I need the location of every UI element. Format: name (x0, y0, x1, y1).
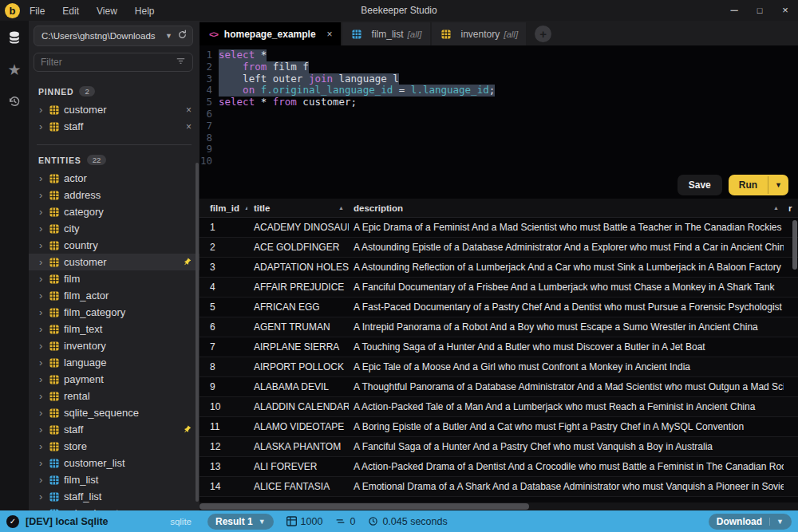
column-header-description[interactable]: description ▲ (349, 199, 784, 217)
cell-film-id[interactable]: 1 (200, 218, 247, 237)
sidebar-item-sales_by_store[interactable]: ›sales_by_store (29, 505, 200, 510)
sidebar-item-payment[interactable]: ›payment (29, 371, 200, 388)
horizontal-scrollbar-track[interactable] (200, 502, 798, 510)
table-row[interactable]: 8AIRPORT POLLOCKA Epic Tale of a Moose A… (200, 357, 798, 377)
chevron-right-icon[interactable]: › (39, 457, 49, 469)
table-row[interactable]: 11ALAMO VIDEOTAPEA Boring Epistle of a B… (200, 417, 798, 437)
cell-description[interactable]: A Boring Epistle of a Butler And a Cat w… (349, 417, 784, 436)
chevron-right-icon[interactable]: › (39, 357, 49, 368)
column-header-clipped[interactable]: r (784, 199, 798, 217)
maximize-icon[interactable]: □ (747, 0, 772, 21)
table-row[interactable]: 5AFRICAN EGGA Fast-Paced Documentary of … (200, 298, 798, 317)
menu-edit[interactable]: Edit (62, 6, 79, 17)
cell-title[interactable]: ACADEMY DINOSAUR (247, 218, 349, 237)
cell-title[interactable]: AGENT TRUMAN (247, 317, 349, 337)
chevron-right-icon[interactable]: › (39, 239, 49, 251)
table-row[interactable]: 10ALADDIN CALENDARA Action-Packed Tale o… (200, 397, 798, 417)
connection-status[interactable]: ✓ [DEV] local Sqlite sqlite (0, 515, 200, 528)
table-row[interactable]: 2ACE GOLDFINGERA Astounding Epistle of a… (200, 238, 798, 258)
cell-title[interactable]: AFFAIR PREJUDICE (247, 278, 349, 297)
run-button[interactable]: Run ▼ (729, 175, 788, 195)
cell-description[interactable]: A Thoughtful Panorama of a Database Admi… (349, 377, 784, 396)
sidebar-item-country[interactable]: ›country (29, 237, 200, 254)
cell-film-id[interactable]: 8 (200, 357, 247, 376)
cell-title[interactable]: ACE GOLDFINGER (247, 238, 349, 257)
table-row[interactable]: 1ACADEMY DINOSAURA Epic Drama of a Femin… (200, 218, 798, 238)
sidebar-item-category[interactable]: ›category (29, 203, 200, 220)
cell-description[interactable]: A Intrepid Panorama of a Robot And a Boy… (349, 317, 784, 337)
table-row[interactable]: 3ADAPTATION HOLESA Astounding Reflection… (200, 258, 798, 278)
sql-editor[interactable]: 1select *2 from film f3 left outer join … (200, 45, 798, 171)
download-button[interactable]: Download ▼ (709, 514, 792, 530)
sidebar-item-language[interactable]: ›language (29, 354, 200, 371)
tab-inventory[interactable]: inventory[all] (432, 22, 527, 45)
minimize-icon[interactable]: ─ (721, 0, 747, 21)
close-icon[interactable]: × (772, 0, 798, 21)
sidebar-scrollbar[interactable] (196, 163, 199, 502)
cell-description[interactable]: A Action-Packed Tale of a Man And a Lumb… (349, 397, 784, 416)
cell-description[interactable]: A Emotional Drama of a A Shark And a Dat… (349, 477, 784, 496)
cell-title[interactable]: AIRPORT POLLOCK (247, 357, 349, 376)
chevron-right-icon[interactable]: › (39, 390, 49, 402)
filter-input[interactable] (41, 57, 176, 68)
sidebar-item-store[interactable]: ›store (29, 438, 200, 455)
chevron-right-icon[interactable]: › (39, 120, 49, 132)
table-row[interactable]: 7AIRPLANE SIERRAA Touching Saga of a Hun… (200, 337, 798, 357)
menu-view[interactable]: View (97, 6, 117, 17)
chevron-right-icon[interactable]: › (39, 474, 49, 486)
tab-homepage_example[interactable]: <>homepage_example× (200, 22, 341, 45)
chevron-right-icon[interactable]: › (39, 323, 49, 335)
chevron-right-icon[interactable]: › (39, 340, 49, 352)
sidebar-item-staff[interactable]: ›staff (29, 421, 200, 438)
cell-description[interactable]: A Fanciful Saga of a Hunter And a Pastry… (349, 437, 784, 456)
cell-title[interactable]: ALI FOREVER (247, 457, 349, 476)
sidebar-item-customer[interactable]: ›customer× (29, 101, 200, 118)
table-row[interactable]: 9ALABAMA DEVILA Thoughtful Panorama of a… (200, 377, 798, 397)
table-row[interactable]: 4AFFAIR PREJUDICEA Fanciful Documentary … (200, 278, 798, 298)
cell-description[interactable]: A Astounding Epistle of a Database Admin… (349, 238, 784, 257)
column-header-title[interactable]: title ▲ (247, 199, 349, 217)
sidebar-item-film[interactable]: ›film (29, 270, 200, 287)
chevron-right-icon[interactable]: › (39, 206, 49, 218)
cell-description[interactable]: A Fanciful Documentary of a Frisbee And … (349, 278, 784, 297)
cell-film-id[interactable]: 14 (200, 477, 247, 496)
cell-title[interactable]: ALADDIN CALENDAR (247, 397, 349, 416)
tab-close-icon[interactable]: × (327, 29, 333, 40)
sidebar-item-inventory[interactable]: ›inventory (29, 337, 200, 354)
chevron-right-icon[interactable]: › (39, 104, 49, 116)
cell-film-id[interactable]: 11 (200, 417, 247, 436)
cell-description[interactable]: A Astounding Reflection of a Lumberjack … (349, 258, 784, 277)
cell-description[interactable]: A Fast-Paced Documentary of a Pastry Che… (349, 298, 784, 317)
table-row[interactable]: 12ALASKA PHANTOMA Fanciful Saga of a Hun… (200, 437, 798, 457)
cell-title[interactable]: ADAPTATION HOLES (247, 258, 349, 277)
save-button[interactable]: Save (678, 175, 722, 195)
chevron-right-icon[interactable]: › (39, 189, 49, 201)
cell-film-id[interactable]: 2 (200, 238, 247, 257)
cell-title[interactable]: ALABAMA DEVIL (247, 377, 349, 396)
tab-film_list[interactable]: film_list[all] (342, 22, 430, 45)
sidebar-item-film_list[interactable]: ›film_list (29, 471, 200, 488)
cell-description[interactable]: A Epic Tale of a Moose And a Girl who mu… (349, 357, 784, 376)
sidebar-item-actor[interactable]: ›actor (29, 170, 200, 187)
chevron-right-icon[interactable]: › (39, 172, 49, 184)
sidebar-item-rental[interactable]: ›rental (29, 388, 200, 404)
sidebar-item-staff[interactable]: ›staff× (29, 118, 200, 135)
chevron-right-icon[interactable]: › (39, 306, 49, 318)
pin-icon[interactable] (183, 258, 192, 266)
cell-description[interactable]: A Touching Saga of a Hunter And a Butler… (349, 337, 784, 357)
chevron-right-icon[interactable]: › (39, 407, 49, 419)
cell-title[interactable]: AFRICAN EGG (247, 298, 349, 317)
connection-dropdown[interactable]: C:\Users\ghstng\Downloads ▼ (34, 26, 193, 46)
unpin-close-icon[interactable]: × (186, 104, 192, 116)
table-row[interactable]: 14ALICE FANTASIAA Emotional Drama of a A… (200, 477, 798, 497)
cell-film-id[interactable]: 12 (200, 437, 247, 456)
vertical-scrollbar[interactable] (792, 220, 797, 270)
favorites-star-icon[interactable]: ★ (4, 59, 25, 80)
chevron-right-icon[interactable]: › (39, 424, 49, 435)
chevron-right-icon[interactable]: › (39, 256, 49, 268)
database-icon[interactable] (4, 27, 25, 48)
cell-title[interactable]: ALAMO VIDEOTAPE (247, 417, 349, 436)
chevron-right-icon[interactable]: › (39, 491, 49, 502)
sidebar-item-film_category[interactable]: ›film_category (29, 304, 200, 321)
chevron-right-icon[interactable]: › (39, 373, 49, 385)
